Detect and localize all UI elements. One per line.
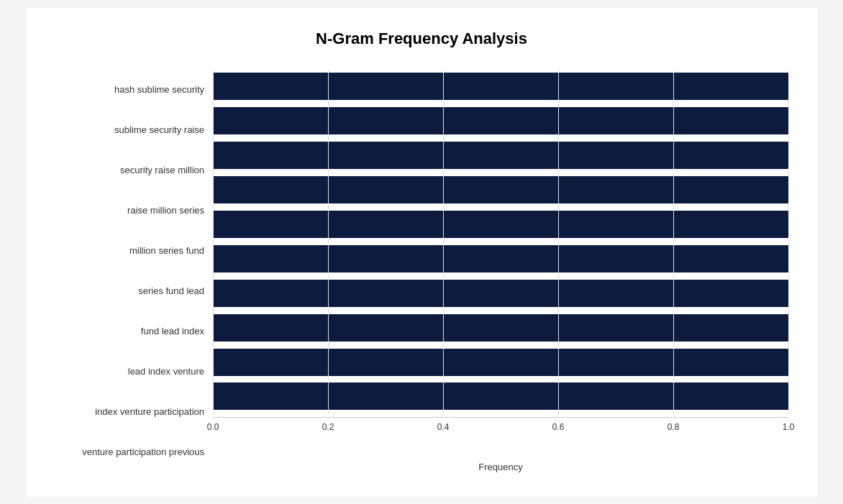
bar-row [213, 208, 788, 241]
grid-line [788, 70, 789, 414]
bar-row [213, 311, 788, 344]
bars-wrapper [213, 70, 788, 414]
y-axis-label: raise million series [127, 205, 204, 216]
chart-area: hash sublime securitysublime security ra… [55, 70, 788, 472]
y-axis-label: fund lead index [141, 326, 204, 337]
bars-and-xaxis: 0.00.20.40.60.81.0 Frequency [213, 70, 788, 472]
bar [213, 176, 788, 203]
x-tick: 0.8 [667, 422, 680, 432]
bar-row [213, 380, 788, 413]
y-axis-label: security raise million [120, 165, 204, 176]
y-axis-label: million series fund [129, 245, 204, 257]
y-axis-label: lead index venture [128, 366, 204, 377]
x-tick: 0.4 [437, 422, 450, 432]
y-axis-label: sublime security raise [114, 124, 204, 136]
y-axis-label: hash sublime security [114, 84, 204, 96]
y-axis-label: series fund lead [138, 285, 204, 297]
x-axis-label: Frequency [213, 462, 788, 472]
chart-container: N-Gram Frequency Analysis hash sublime s… [26, 8, 817, 497]
bar [213, 73, 788, 100]
x-tick: 0.0 [207, 422, 219, 432]
bar [213, 314, 788, 342]
bar-row [213, 346, 788, 379]
bar-row [213, 242, 788, 275]
y-axis-labels: hash sublime securitysublime security ra… [55, 70, 213, 472]
bar-row [213, 173, 788, 206]
bar [213, 245, 788, 272]
bar [213, 382, 788, 410]
x-axis: 0.00.20.40.60.81.0 [213, 417, 788, 446]
bar [213, 280, 788, 307]
chart-title: N-Gram Frequency Analysis [55, 29, 788, 48]
bar [213, 211, 788, 238]
bar [213, 142, 788, 169]
x-tick: 1.0 [783, 422, 795, 432]
bar-row [213, 277, 788, 310]
bar [213, 107, 788, 134]
bar-row [213, 70, 788, 103]
bar [213, 349, 788, 376]
x-tick: 0.2 [322, 422, 334, 432]
bar-row [213, 139, 788, 172]
y-axis-label: index venture participation [95, 406, 204, 418]
y-axis-label: venture participation previous [82, 446, 204, 458]
x-tick: 0.6 [552, 422, 565, 432]
bar-row [213, 104, 788, 137]
